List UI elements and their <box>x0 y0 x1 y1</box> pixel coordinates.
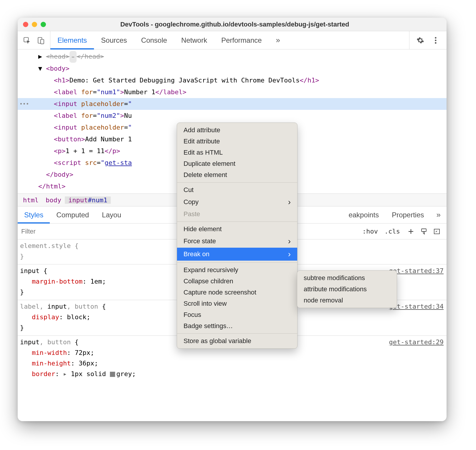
devtools-window: DevTools - googlechrome.github.io/devtoo… <box>18 18 447 421</box>
dom-line-head[interactable]: ▶ <head>⋯</head> <box>18 51 447 63</box>
crumb-input-num1[interactable]: input#num1 <box>65 196 111 204</box>
menu-copy[interactable]: Copy <box>177 196 297 209</box>
submenu-attribute-modifications[interactable]: attribute modifications <box>297 284 397 295</box>
menu-break-on[interactable]: Break on <box>177 248 297 261</box>
dom-line-h1[interactable]: <h1>Demo: Get Started Debugging JavaScri… <box>18 75 447 86</box>
subtab-breakpoints[interactable]: eakpoints <box>342 206 385 223</box>
tab-console[interactable]: Console <box>134 31 174 49</box>
tabs-overflow-icon[interactable]: » <box>269 31 287 49</box>
svg-point-4 <box>435 39 436 41</box>
hov-toggle[interactable]: :hov <box>362 228 378 235</box>
svg-point-3 <box>435 37 436 38</box>
subtab-layout[interactable]: Layou <box>95 206 128 223</box>
titlebar: DevTools - googlechrome.github.io/devtoo… <box>18 18 447 31</box>
crumb-body[interactable]: body <box>42 196 65 204</box>
svg-rect-7 <box>434 229 439 234</box>
menu-separator <box>177 182 297 183</box>
tab-elements[interactable]: Elements <box>50 31 94 49</box>
source-location-link[interactable]: get-started:29 <box>389 337 444 348</box>
break-on-submenu: subtree modifications attribute modifica… <box>297 270 397 308</box>
menu-focus[interactable]: Focus <box>177 309 297 320</box>
menu-hide-element[interactable]: Hide element <box>177 224 297 235</box>
source-location-link[interactable]: get-started:34 <box>389 301 444 312</box>
new-style-rule-icon[interactable] <box>406 227 415 236</box>
menu-force-state[interactable]: Force state <box>177 235 297 248</box>
color-swatch-icon[interactable] <box>110 372 115 377</box>
close-window-button[interactable] <box>23 22 28 27</box>
submenu-node-removal[interactable]: node removal <box>297 295 397 306</box>
subtabs-overflow-icon[interactable]: » <box>431 206 447 223</box>
svg-point-5 <box>435 42 436 44</box>
main-tabs: Elements Sources Console Network Perform… <box>50 31 409 49</box>
inspect-element-icon[interactable] <box>22 36 31 45</box>
device-toggle-icon[interactable] <box>37 36 45 45</box>
menu-paste: Paste <box>177 209 297 220</box>
menu-separator <box>177 333 297 334</box>
menu-edit-attribute[interactable]: Edit attribute <box>177 136 297 147</box>
paint-brush-icon[interactable] <box>419 227 428 236</box>
subtab-styles[interactable]: Styles <box>18 206 50 223</box>
dom-line-label1[interactable]: <label for="num1">Number 1</label> <box>18 86 447 98</box>
subtab-computed[interactable]: Computed <box>50 206 95 223</box>
settings-gear-icon[interactable] <box>416 36 425 45</box>
menu-capture-node-screenshot[interactable]: Capture node screenshot <box>177 287 297 298</box>
tab-performance[interactable]: Performance <box>214 31 269 49</box>
main-toolbar: Elements Sources Console Network Perform… <box>18 31 447 49</box>
menu-edit-as-html[interactable]: Edit as HTML <box>177 147 297 158</box>
menu-duplicate-element[interactable]: Duplicate element <box>177 158 297 169</box>
dom-line-body-open[interactable]: ▼ <body> <box>18 63 447 75</box>
menu-badge-settings[interactable]: Badge settings… <box>177 320 297 332</box>
svg-rect-6 <box>422 229 426 231</box>
dom-line-label2[interactable]: <label for="num2">Nu <box>18 110 447 122</box>
computed-panel-icon[interactable] <box>432 227 441 236</box>
window-title: DevTools - googlechrome.github.io/devtoo… <box>28 21 441 28</box>
menu-separator <box>177 262 297 263</box>
context-menu: Add attribute Edit attribute Edit as HTM… <box>177 123 298 349</box>
cls-toggle[interactable]: .cls <box>384 228 400 235</box>
menu-separator <box>177 221 297 222</box>
toolbar-left <box>18 31 50 49</box>
menu-store-global-variable[interactable]: Store as global variable <box>177 335 297 347</box>
crumb-html[interactable]: html <box>19 196 42 204</box>
menu-add-attribute[interactable]: Add attribute <box>177 125 297 136</box>
source-location-link[interactable]: get-started:37 <box>389 266 444 276</box>
submenu-subtree-modifications[interactable]: subtree modifications <box>297 272 397 284</box>
tab-network[interactable]: Network <box>174 31 214 49</box>
subtab-properties[interactable]: Properties <box>385 206 430 223</box>
menu-scroll-into-view[interactable]: Scroll into view <box>177 298 297 309</box>
dom-line-input1[interactable]: ••• <input placeholder=" <box>18 98 447 110</box>
menu-cut[interactable]: Cut <box>177 184 297 196</box>
toolbar-right <box>409 31 447 49</box>
menu-expand-recursively[interactable]: Expand recursively <box>177 264 297 276</box>
tab-sources[interactable]: Sources <box>94 31 134 49</box>
svg-rect-2 <box>41 39 44 44</box>
menu-collapse-children[interactable]: Collapse children <box>177 276 297 287</box>
menu-delete-element[interactable]: Delete element <box>177 169 297 181</box>
kebab-menu-icon[interactable] <box>431 36 440 45</box>
